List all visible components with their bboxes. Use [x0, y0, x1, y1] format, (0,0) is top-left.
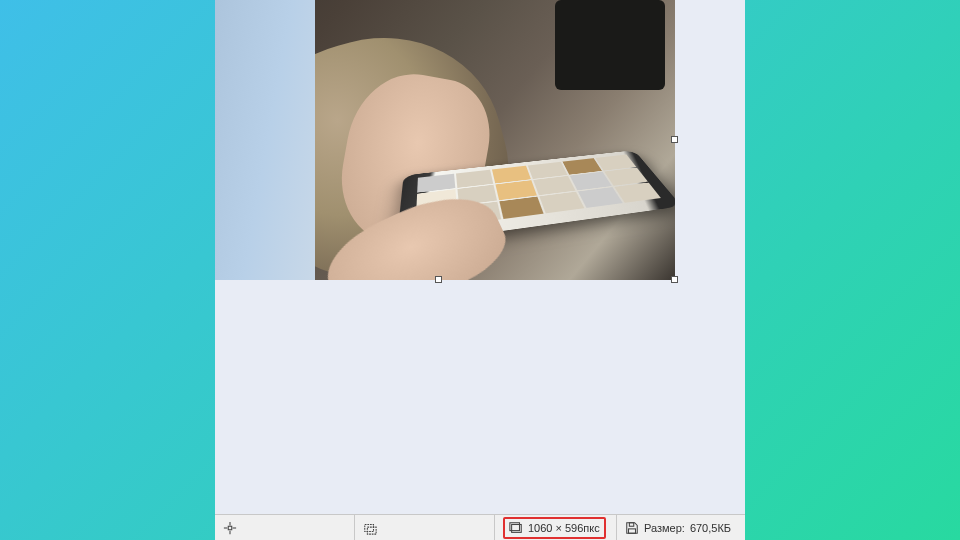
selection-handle[interactable]: [671, 276, 678, 283]
svg-rect-4: [228, 526, 232, 530]
status-bar: 1060 × 596пкс Размер: 670,5КБ: [215, 514, 745, 540]
file-size-label: Размер:: [644, 522, 685, 534]
dimensions-highlight: 1060 × 596пкс: [503, 517, 606, 539]
selection-bounds-icon: [363, 521, 377, 535]
file-size-section: Размер: 670,5КБ: [617, 515, 745, 540]
svg-rect-10: [629, 522, 633, 526]
canvas-dimensions-value: 1060 × 596пкс: [528, 522, 600, 534]
diskette-icon: [625, 521, 639, 535]
canvas-dimensions-section: 1060 × 596пкс: [495, 515, 617, 540]
selection-handle[interactable]: [671, 136, 678, 143]
svg-rect-5: [365, 524, 374, 531]
canvas-dimensions-icon: [509, 521, 523, 535]
canvas-image[interactable]: [215, 0, 675, 280]
paint-window: 1060 × 596пкс Размер: 670,5КБ: [215, 0, 745, 540]
svg-rect-9: [629, 528, 636, 532]
file-size-value: 670,5КБ: [690, 522, 731, 534]
svg-rect-6: [367, 527, 376, 534]
cursor-position-section: [215, 515, 355, 540]
selection-bounds-section: [355, 515, 495, 540]
canvas-area[interactable]: [215, 0, 745, 514]
selection-handle[interactable]: [435, 276, 442, 283]
cursor-position-icon: [223, 521, 237, 535]
